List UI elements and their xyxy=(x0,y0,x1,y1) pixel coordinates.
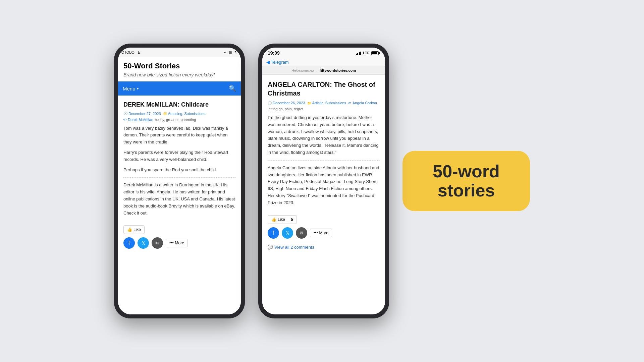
status-icon-2: ↻ xyxy=(234,50,237,55)
like-count-button[interactable]: 👍 Like 5 xyxy=(268,215,297,224)
signal-icon xyxy=(356,51,362,55)
ios-email-button[interactable]: ✉ xyxy=(296,227,307,239)
article-meta: 🕐 December 27, 2023 📁 Amusing, Submissio… xyxy=(123,112,235,122)
article-2: ANGELA CARLTON: The Ghost of Christmas 🕐… xyxy=(262,75,385,212)
ios-back-nav[interactable]: ◀ Telegram xyxy=(262,58,385,66)
email-share-button[interactable]: ✉ xyxy=(152,237,163,249)
back-label: Telegram xyxy=(271,60,288,65)
phone-ios-screen: 19:09 LTE ◀ Telegram xyxy=(262,48,385,314)
ios-article-body: I'm the ghost drifting in yesterday's mi… xyxy=(268,114,380,156)
status-icon-1: ▤ xyxy=(228,50,232,55)
brand-text: 50-word stories xyxy=(433,162,499,200)
chevron-down-icon: ▾ xyxy=(137,86,139,91)
android-content[interactable]: 50-Word Stories Brand new bite-sized fic… xyxy=(118,57,241,314)
folder-icon-2: 📁 xyxy=(307,101,311,105)
ios-status-bar: 19:09 LTE xyxy=(262,48,385,58)
action-row-1: 👍 Like xyxy=(118,222,241,237)
ios-facebook-button[interactable]: f xyxy=(268,227,279,239)
body-para-1: Tom was a very badly behaved lad. Dick w… xyxy=(123,125,235,146)
ios-article-categories: 📁 Artistic, Submissions xyxy=(307,101,346,105)
ios-body-text: I'm the ghost drifting in yesterday's mi… xyxy=(268,114,380,156)
ios-twitter-button[interactable]: 𝕏 xyxy=(282,227,293,239)
article-1: DEREK McMILLAN: Childcare 🕐 December 27,… xyxy=(118,96,241,222)
status-text-1: ОТОВО xyxy=(121,50,135,54)
status-text-2: Б xyxy=(138,50,140,54)
ios-article-meta: 🕐 December 26, 2023 📁 Artistic, Submissi… xyxy=(268,101,380,111)
url-bar: Небезопасно — fiftywordstories.com xyxy=(262,66,385,75)
site-header: 50-Word Stories Brand new bite-sized fic… xyxy=(118,57,241,81)
ios-time: 19:09 xyxy=(268,50,280,56)
ios-section-divider xyxy=(268,160,380,161)
brand-line-2: stories xyxy=(433,181,499,200)
phone-ios: 19:09 LTE ◀ Telegram xyxy=(258,44,389,318)
tag-icon: 🏷 xyxy=(123,118,127,121)
article-title: DEREK McMILLAN: Childcare xyxy=(123,101,235,109)
thumbs-up-icon-2: 👍 xyxy=(271,217,276,222)
back-arrow-icon: ◀ xyxy=(266,60,270,65)
ios-status-icons: LTE xyxy=(356,51,380,55)
ios-author-bio: Angela Carlton lives outside Atlanta wit… xyxy=(268,165,380,206)
more-button[interactable]: ••• More xyxy=(166,239,188,247)
like-count: 5 xyxy=(288,217,293,222)
ios-more-button[interactable]: ••• More xyxy=(310,229,332,237)
facebook-share-button[interactable]: f xyxy=(123,237,135,249)
ios-article-title: ANGELA CARLTON: The Ghost of Christmas xyxy=(268,80,380,98)
article-tags: funny, groaner, parenting xyxy=(155,118,196,122)
url-text: Небезопасно — fiftywordstories.com xyxy=(266,68,382,72)
site-subtitle: Brand new bite-sized fiction every weekd… xyxy=(123,72,235,78)
search-icon[interactable]: 🔍 xyxy=(229,85,236,92)
status-right: » ▤ ↻ xyxy=(224,50,237,55)
like-button[interactable]: 👍 Like xyxy=(123,225,145,234)
article-body: Tom was a very badly behaved lad. Dick w… xyxy=(123,125,235,174)
brand-line-1: 50-word xyxy=(433,162,499,181)
article-author: 🏷 Derek McMillan xyxy=(123,118,153,122)
network-type: LTE xyxy=(363,51,370,55)
ios-more-icon: ••• xyxy=(314,231,318,235)
clock-icon: 🕐 xyxy=(123,112,127,115)
battery-icon xyxy=(371,51,380,55)
thumbs-up-icon: 👍 xyxy=(127,227,132,232)
more-icon: ••• xyxy=(169,241,174,245)
site-title: 50-Word Stories xyxy=(123,62,235,70)
twitter-share-button[interactable]: 𝕏 xyxy=(138,237,149,249)
brand-badge: 50-word stories xyxy=(402,151,530,211)
ios-content[interactable]: ANGELA CARLTON: The Ghost of Christmas 🕐… xyxy=(262,75,385,311)
ios-article-author: 🏷 Angela Carlton xyxy=(348,101,377,105)
ios-like-row: 👍 Like 5 xyxy=(262,212,385,227)
status-expand: » xyxy=(224,50,226,54)
ios-share-row: f 𝕏 ✉ ••• More xyxy=(262,227,385,242)
section-divider xyxy=(123,177,235,178)
body-para-2: Harry's parents were forever playing the… xyxy=(123,149,235,163)
status-left: ОТОВО Б xyxy=(121,50,140,54)
phone-android-screen: ОТОВО Б » ▤ ↻ 50-Word Stories Brand new … xyxy=(118,48,241,314)
ios-article-date: 🕐 December 26, 2023 xyxy=(268,101,305,105)
nav-bar: Menu ▾ 🔍 xyxy=(118,81,241,96)
body-para-3: Perhaps if you spare the Rod you spoil t… xyxy=(123,167,235,174)
nav-menu-button[interactable]: Menu ▾ xyxy=(123,86,139,92)
android-status-bar: ОТОВО Б » ▤ ↻ xyxy=(118,48,241,57)
view-comments-link[interactable]: 💬 View all 2 comments xyxy=(262,242,385,255)
article-categories: 📁 Amusing, Submissions xyxy=(163,112,205,116)
author-bio: Derek McMillan is a writer in Durrington… xyxy=(123,182,235,217)
folder-icon: 📁 xyxy=(163,112,167,115)
phone-android: ОТОВО Б » ▤ ↻ 50-Word Stories Brand new … xyxy=(114,44,245,318)
share-row-1: f 𝕏 ✉ ••• More xyxy=(118,237,241,252)
comment-icon: 💬 xyxy=(268,245,273,250)
ios-article-tags: letting go, pain, regret xyxy=(268,107,303,111)
article-date: 🕐 December 27, 2023 xyxy=(123,112,161,116)
tag-icon-2: 🏷 xyxy=(348,101,352,105)
clock-icon-2: 🕐 xyxy=(268,101,272,105)
